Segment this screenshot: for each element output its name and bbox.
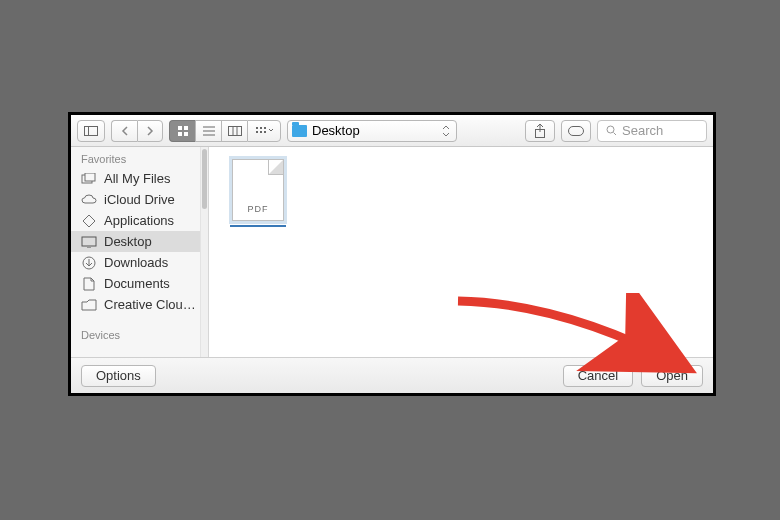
cloud-icon (81, 193, 97, 207)
back-button[interactable] (111, 120, 137, 142)
svg-rect-17 (264, 131, 266, 133)
tags-button[interactable] (561, 120, 591, 142)
share-button[interactable] (525, 120, 555, 142)
svg-rect-12 (256, 127, 258, 129)
svg-rect-2 (178, 126, 182, 130)
chevron-left-icon (121, 126, 129, 136)
open-dialog: Desktop Search Favorites All My Files (68, 112, 716, 396)
sidebar-item-documents[interactable]: Documents (71, 273, 200, 294)
sidebar-item-label: Creative Clou… (104, 297, 196, 312)
sidebar-item-applications[interactable]: Applications (71, 210, 200, 231)
list-icon (203, 126, 215, 136)
cancel-button-label: Cancel (578, 368, 618, 383)
view-segment (169, 120, 281, 142)
svg-rect-9 (228, 126, 241, 135)
sidebar-item-label: Documents (104, 276, 170, 291)
cancel-button[interactable]: Cancel (563, 365, 633, 387)
updown-icon (442, 125, 450, 137)
sidebar-item-label: Desktop (104, 234, 152, 249)
applications-icon (81, 214, 97, 228)
view-list-button[interactable] (195, 120, 221, 142)
forward-button[interactable] (137, 120, 163, 142)
file-selection-indicator (230, 225, 286, 227)
view-coverflow-button[interactable] (247, 120, 281, 142)
chevron-right-icon (146, 126, 154, 136)
sidebar-item-label: All My Files (104, 171, 170, 186)
svg-rect-25 (82, 237, 96, 246)
file-browser[interactable]: PDF (209, 147, 713, 357)
sidebar-item-label: Applications (104, 213, 174, 228)
folder-icon (81, 298, 97, 312)
open-button-label: Open (656, 368, 688, 383)
scrollbar-thumb[interactable] (202, 149, 207, 209)
svg-point-21 (607, 126, 614, 133)
desktop-icon (81, 235, 97, 249)
toolbar: Desktop Search (71, 115, 713, 147)
grid-small-icon (255, 126, 273, 136)
svg-rect-15 (256, 131, 258, 133)
all-my-files-icon (81, 172, 97, 186)
sidebar-item-icloud-drive[interactable]: iCloud Drive (71, 189, 200, 210)
search-field[interactable]: Search (597, 120, 707, 142)
sidebar-item-label: Downloads (104, 255, 168, 270)
sidebar-item-label: iCloud Drive (104, 192, 175, 207)
grid-icon (177, 125, 189, 137)
file-type-badge: PDF (233, 204, 283, 214)
downloads-icon (81, 256, 97, 270)
svg-rect-4 (178, 132, 182, 136)
sidebar-item-desktop[interactable]: Desktop (71, 231, 200, 252)
folder-icon (292, 125, 307, 137)
dialog-body: Favorites All My Files iCloud Drive Appl… (71, 147, 713, 357)
svg-rect-20 (569, 126, 584, 135)
file-thumbnail: PDF (232, 159, 284, 221)
tag-icon (568, 126, 584, 136)
svg-rect-24 (85, 173, 95, 181)
documents-icon (81, 277, 97, 291)
search-placeholder: Search (622, 123, 663, 138)
sidebar-item-all-my-files[interactable]: All My Files (71, 168, 200, 189)
svg-rect-3 (184, 126, 188, 130)
svg-rect-0 (85, 126, 98, 135)
view-icons-button[interactable] (169, 120, 195, 142)
sidebar-header-favorites: Favorites (71, 147, 200, 168)
share-icon (534, 124, 546, 138)
sidebar-toggle-button[interactable] (77, 120, 105, 142)
search-icon (606, 125, 617, 136)
folder-dropdown-label: Desktop (312, 123, 360, 138)
sidebar-item-downloads[interactable]: Downloads (71, 252, 200, 273)
svg-rect-16 (260, 131, 262, 133)
svg-rect-14 (264, 127, 266, 129)
sidebar-toggle-icon (84, 126, 98, 136)
options-button-label: Options (96, 368, 141, 383)
sidebar-header-devices: Devices (71, 323, 200, 344)
svg-rect-5 (184, 132, 188, 136)
columns-icon (228, 126, 242, 136)
svg-line-22 (614, 133, 617, 136)
sidebar: Favorites All My Files iCloud Drive Appl… (71, 147, 209, 357)
sidebar-scrollbar[interactable] (200, 147, 208, 357)
svg-rect-13 (260, 127, 262, 129)
file-item-pdf[interactable]: PDF (227, 159, 289, 227)
sidebar-item-creative-cloud[interactable]: Creative Clou… (71, 294, 200, 315)
view-columns-button[interactable] (221, 120, 247, 142)
dialog-footer: Options Cancel Open (71, 357, 713, 393)
options-button[interactable]: Options (81, 365, 156, 387)
nav-segment (111, 120, 163, 142)
folder-dropdown[interactable]: Desktop (287, 120, 457, 142)
open-button[interactable]: Open (641, 365, 703, 387)
